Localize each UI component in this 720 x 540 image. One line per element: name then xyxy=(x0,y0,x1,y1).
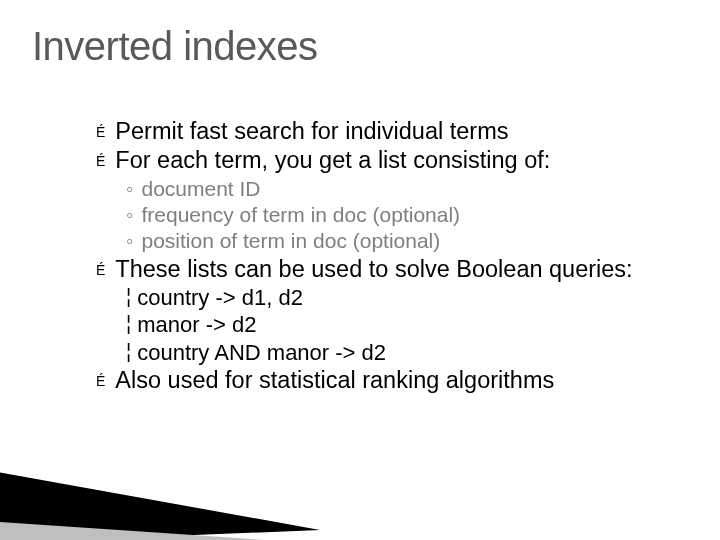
item-text: Permit fast search for individual terms xyxy=(115,117,508,146)
slide-content: É Permit fast search for individual term… xyxy=(0,69,720,396)
list-item: É For each term, you get a list consisti… xyxy=(96,146,672,175)
svg-marker-0 xyxy=(0,440,320,540)
bullet-icon: ¦ xyxy=(126,339,131,364)
item-text: position of term in doc (optional) xyxy=(141,228,440,254)
item-text: frequency of term in doc (optional) xyxy=(141,202,460,228)
item-text: For each term, you get a list consisting… xyxy=(115,146,550,175)
list-item: ◦ frequency of term in doc (optional) xyxy=(126,202,672,228)
bullet-icon: ¦ xyxy=(126,311,131,336)
bullet-icon: É xyxy=(96,263,105,277)
list-item: ¦ country AND manor -> d2 xyxy=(126,339,672,367)
item-text: These lists can be used to solve Boolean… xyxy=(115,255,632,284)
bullet-icon: ◦ xyxy=(126,202,133,228)
bullet-icon: ◦ xyxy=(126,228,133,254)
item-text: manor -> d2 xyxy=(137,311,256,339)
list-item: É Permit fast search for individual term… xyxy=(96,117,672,146)
decorative-wedge xyxy=(0,380,340,540)
bullet-icon: É xyxy=(96,154,105,168)
slide-title: Inverted indexes xyxy=(0,0,720,69)
list-item: ◦ position of term in doc (optional) xyxy=(126,228,672,254)
list-item: ¦ country -> d1, d2 xyxy=(126,284,672,312)
bullet-icon: É xyxy=(96,125,105,139)
list-item: ¦ manor -> d2 xyxy=(126,311,672,339)
list-item: ◦ document ID xyxy=(126,176,672,202)
item-text: country -> d1, d2 xyxy=(137,284,303,312)
list-item: É These lists can be used to solve Boole… xyxy=(96,255,672,284)
bullet-icon: ◦ xyxy=(126,176,133,202)
item-text: document ID xyxy=(141,176,260,202)
bullet-icon: ¦ xyxy=(126,284,131,309)
item-text: country AND manor -> d2 xyxy=(137,339,386,367)
